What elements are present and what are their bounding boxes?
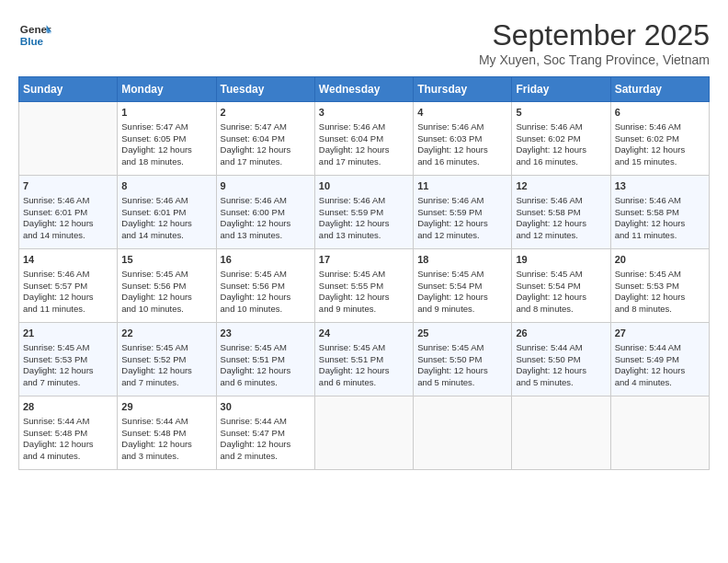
header-cell-sunday: Sunday [19, 77, 118, 102]
day-info-line: Sunrise: 5:47 AM [121, 121, 211, 133]
day-info-line: Sunrise: 5:45 AM [121, 269, 211, 281]
calendar-cell: 15Sunrise: 5:45 AMSunset: 5:56 PMDayligh… [118, 249, 216, 323]
day-info-line: Sunrise: 5:46 AM [121, 195, 211, 207]
day-info-line: Sunrise: 5:47 AM [221, 121, 311, 133]
day-number: 24 [319, 327, 409, 340]
day-info-line: and 3 minutes. [121, 451, 211, 463]
day-info-line: and 6 minutes. [319, 377, 409, 389]
day-info-line: Daylight: 12 hours [319, 218, 409, 230]
day-info-line: and 18 minutes. [121, 156, 211, 168]
day-info-line: Sunset: 5:50 PM [417, 354, 507, 366]
day-number: 20 [615, 253, 705, 267]
day-info-line: Daylight: 12 hours [121, 218, 211, 230]
day-number: 10 [319, 179, 409, 193]
day-info-line: Daylight: 12 hours [319, 144, 409, 156]
day-number: 4 [417, 106, 507, 120]
calendar-cell: 14Sunrise: 5:46 AMSunset: 5:57 PMDayligh… [19, 249, 118, 323]
calendar-cell: 8Sunrise: 5:46 AMSunset: 6:01 PMDaylight… [118, 176, 216, 249]
day-info-line: Sunrise: 5:44 AM [516, 342, 606, 354]
day-info-line: and 12 minutes. [417, 230, 507, 242]
calendar-week-row: 7Sunrise: 5:46 AMSunset: 6:01 PMDaylight… [19, 176, 710, 249]
calendar-cell: 17Sunrise: 5:45 AMSunset: 5:55 PMDayligh… [314, 249, 413, 323]
calendar-week-row: 28Sunrise: 5:44 AMSunset: 5:48 PMDayligh… [19, 396, 710, 470]
day-info-line: Sunset: 6:03 PM [417, 133, 507, 145]
day-info-line: Sunrise: 5:45 AM [221, 342, 311, 354]
day-info-line: and 9 minutes. [417, 304, 507, 316]
day-number: 6 [615, 106, 705, 120]
day-info-line: Daylight: 12 hours [221, 218, 311, 230]
day-info-line: Sunset: 5:48 PM [121, 428, 211, 440]
day-info-line: and 17 minutes. [319, 156, 409, 168]
day-info-line: and 11 minutes. [23, 304, 113, 316]
day-number: 11 [417, 179, 507, 193]
calendar-header-row: SundayMondayTuesdayWednesdayThursdayFrid… [19, 77, 710, 102]
day-info-line: Sunrise: 5:46 AM [417, 195, 507, 207]
day-info-line: Sunset: 5:48 PM [23, 428, 113, 440]
day-info-line: Sunrise: 5:46 AM [23, 269, 113, 281]
day-info-line: and 2 minutes. [221, 451, 311, 463]
day-info-line: and 7 minutes. [23, 377, 113, 389]
header-cell-monday: Monday [118, 77, 216, 102]
header-cell-friday: Friday [512, 77, 610, 102]
day-number: 12 [516, 179, 606, 193]
day-info-line: Sunrise: 5:45 AM [221, 269, 311, 281]
calendar-cell: 10Sunrise: 5:46 AMSunset: 5:59 PMDayligh… [314, 176, 413, 249]
day-info-line: Sunrise: 5:45 AM [516, 269, 606, 281]
header: General Blue September 2025 My Xuyen, So… [18, 18, 710, 67]
day-info-line: and 10 minutes. [221, 304, 311, 316]
day-info-line: Daylight: 12 hours [417, 292, 507, 304]
day-info-line: Sunset: 5:58 PM [615, 207, 705, 219]
day-info-line: Daylight: 12 hours [417, 365, 507, 377]
calendar-cell: 7Sunrise: 5:46 AMSunset: 6:01 PMDaylight… [19, 176, 118, 249]
day-number: 27 [615, 327, 705, 340]
day-info-line: and 13 minutes. [221, 230, 311, 242]
day-info-line: and 15 minutes. [615, 156, 705, 168]
header-cell-tuesday: Tuesday [216, 77, 314, 102]
day-info-line: and 11 minutes. [615, 230, 705, 242]
day-info-line: and 17 minutes. [221, 156, 311, 168]
day-info-line: Sunset: 5:59 PM [319, 207, 409, 219]
calendar-cell: 16Sunrise: 5:45 AMSunset: 5:56 PMDayligh… [216, 249, 314, 323]
calendar-cell: 13Sunrise: 5:46 AMSunset: 5:58 PMDayligh… [610, 176, 709, 249]
day-info-line: Sunset: 6:02 PM [516, 133, 606, 145]
day-info-line: Daylight: 12 hours [23, 218, 113, 230]
day-info-line: Daylight: 12 hours [221, 292, 311, 304]
day-number: 17 [319, 253, 409, 267]
day-info-line: Sunrise: 5:44 AM [23, 416, 113, 428]
day-info-line: Daylight: 12 hours [121, 439, 211, 451]
day-info-line: Daylight: 12 hours [221, 439, 311, 451]
day-info-line: Sunrise: 5:46 AM [23, 195, 113, 207]
day-info-line: and 5 minutes. [417, 377, 507, 389]
day-number: 19 [516, 253, 606, 267]
calendar-cell: 22Sunrise: 5:45 AMSunset: 5:52 PMDayligh… [118, 323, 216, 396]
month-title: September 2025 [479, 18, 710, 52]
title-area: September 2025 My Xuyen, Soc Trang Provi… [479, 18, 710, 67]
day-info-line: Sunset: 5:51 PM [319, 354, 409, 366]
day-info-line: Daylight: 12 hours [615, 292, 705, 304]
day-info-line: Daylight: 12 hours [121, 144, 211, 156]
logo: General Blue [18, 18, 51, 52]
day-info-line: Sunrise: 5:45 AM [417, 342, 507, 354]
day-number: 23 [221, 327, 311, 340]
day-info-line: and 6 minutes. [221, 377, 311, 389]
day-info-line: and 16 minutes. [516, 156, 606, 168]
calendar-week-row: 1Sunrise: 5:47 AMSunset: 6:05 PMDaylight… [19, 102, 710, 176]
day-number: 29 [121, 400, 211, 414]
day-info-line: Sunset: 5:53 PM [23, 354, 113, 366]
day-info-line: Sunset: 6:05 PM [121, 133, 211, 145]
logo-icon: General Blue [18, 18, 51, 52]
day-info-line: and 16 minutes. [417, 156, 507, 168]
day-info-line: Sunrise: 5:46 AM [417, 121, 507, 133]
calendar-table: SundayMondayTuesdayWednesdayThursdayFrid… [18, 76, 710, 470]
calendar-cell: 3Sunrise: 5:46 AMSunset: 6:04 PMDaylight… [314, 102, 413, 176]
day-info-line: and 13 minutes. [319, 230, 409, 242]
day-info-line: Sunrise: 5:46 AM [319, 195, 409, 207]
day-number: 14 [23, 253, 113, 267]
day-info-line: Sunset: 5:51 PM [221, 354, 311, 366]
day-info-line: Daylight: 12 hours [319, 292, 409, 304]
day-info-line: Daylight: 12 hours [221, 365, 311, 377]
day-info-line: Sunrise: 5:45 AM [319, 342, 409, 354]
day-info-line: and 5 minutes. [516, 377, 606, 389]
day-info-line: and 9 minutes. [319, 304, 409, 316]
calendar-cell: 30Sunrise: 5:44 AMSunset: 5:47 PMDayligh… [216, 396, 314, 470]
